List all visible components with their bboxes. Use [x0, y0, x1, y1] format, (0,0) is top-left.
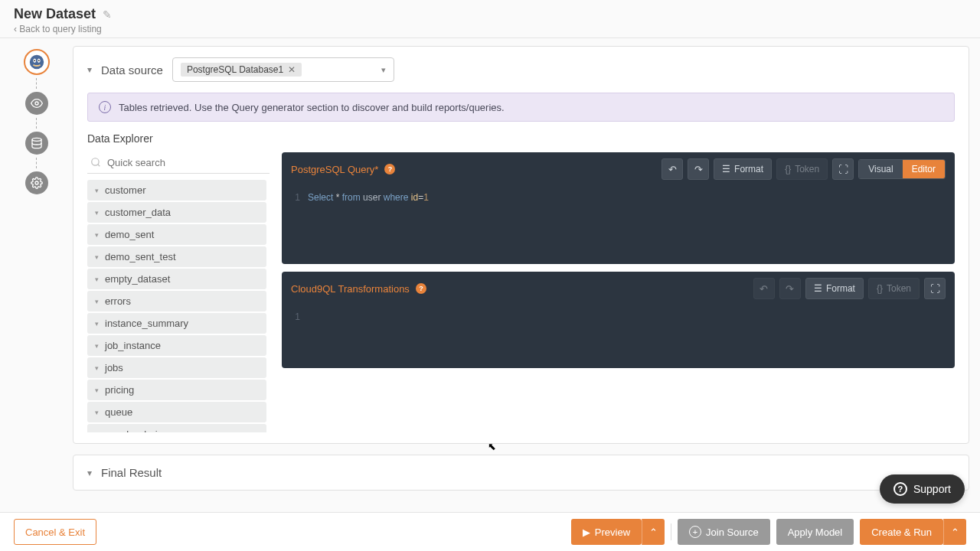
info-icon: i — [99, 101, 111, 113]
table-item[interactable]: ▾demo_sent_test — [87, 246, 266, 267]
table-name: instance_summary — [105, 318, 188, 329]
token-button: {} Token — [776, 158, 828, 180]
table-name: empty_dataset — [105, 273, 170, 285]
query-code-area[interactable]: 1 Select * from user where id=1 — [282, 186, 955, 264]
table-name: demo_sent_test — [105, 251, 176, 262]
expand-icon: ▾ — [95, 209, 99, 217]
transform-code-area[interactable]: 1 — [282, 305, 955, 368]
svg-point-3 — [34, 60, 35, 61]
final-result-panel: ▾ Final Result — [73, 455, 969, 491]
expand-icon: ▾ — [95, 298, 99, 305]
table-name: customer — [105, 184, 145, 196]
visual-tab[interactable]: Visual — [859, 160, 902, 178]
redo-button: ↷ — [779, 278, 801, 299]
query-title: PostgreSQL Query* — [291, 164, 378, 175]
remove-datasource-icon[interactable]: ✕ — [288, 64, 296, 75]
datasource-chip-label: PostgreSQL Database1 — [187, 64, 283, 75]
help-icon[interactable]: ? — [416, 283, 426, 294]
expand-icon: ▾ — [95, 431, 99, 433]
expand-icon: ▾ — [95, 276, 99, 283]
expand-icon: ▾ — [95, 253, 99, 261]
nav-settings[interactable] — [25, 171, 48, 194]
info-text: Tables retrieved. Use the Query generato… — [119, 102, 505, 113]
expand-icon: ▾ — [95, 364, 99, 372]
query-editor-panel: PostgreSQL Query* ? ↶ ↷ ☰ Format {} Toke… — [282, 152, 955, 264]
table-name: job_instance — [105, 340, 161, 351]
expand-icon: ▾ — [95, 187, 99, 194]
transform-title: Cloud9QL Transformations — [291, 283, 410, 295]
table-item[interactable]: ▾instance_summary — [87, 313, 266, 334]
redo-button[interactable]: ↷ — [688, 158, 709, 180]
table-name: queue — [105, 406, 132, 418]
table-name: customer_data — [105, 207, 171, 218]
svg-point-0 — [29, 55, 43, 69]
code-content: Select * from user where id=1 — [308, 192, 955, 203]
svg-point-4 — [38, 60, 39, 61]
side-nav — [0, 38, 73, 444]
table-item[interactable]: ▾empty_dataset — [87, 269, 266, 289]
editor-tab[interactable]: Editor — [903, 160, 945, 178]
question-icon: ? — [893, 482, 907, 491]
edit-icon[interactable]: ✎ — [103, 8, 112, 21]
expand-icon: ▾ — [95, 231, 99, 239]
expand-icon: ▾ — [95, 342, 99, 350]
chevron-down-icon[interactable]: ▾ — [87, 64, 92, 75]
fullscreen-button[interactable]: ⛶ — [924, 278, 946, 299]
svg-point-8 — [92, 158, 99, 165]
svg-point-6 — [32, 138, 41, 141]
search-icon — [90, 157, 101, 170]
table-item[interactable]: ▾customer_data — [87, 202, 266, 223]
table-item[interactable]: ▾supply_chain — [87, 424, 266, 432]
table-name: demo_sent — [105, 229, 154, 240]
info-banner: i Tables retrieved. Use the Query genera… — [87, 93, 955, 122]
undo-button: ↶ — [753, 278, 775, 299]
nav-database[interactable] — [25, 132, 48, 155]
table-name: jobs — [105, 362, 123, 373]
nav-preview[interactable] — [25, 92, 48, 115]
table-item[interactable]: ▾pricing — [87, 380, 266, 400]
mode-toggle: Visual Editor — [858, 159, 946, 179]
table-item[interactable]: ▾demo_sent — [87, 224, 266, 245]
datasource-label: Data source — [101, 64, 163, 77]
page-title: New Dataset — [14, 6, 96, 22]
expand-icon: ▾ — [95, 320, 99, 328]
svg-point-7 — [35, 181, 38, 184]
table-name: supply_chain — [105, 429, 163, 432]
back-link[interactable]: Back to query listing — [14, 24, 966, 34]
datasource-chip: PostgreSQL Database1 ✕ — [181, 63, 302, 77]
undo-button[interactable]: ↶ — [662, 158, 683, 180]
support-button[interactable]: ? Support — [880, 474, 965, 491]
svg-point-5 — [35, 102, 38, 105]
table-item[interactable]: ▾job_instance — [87, 335, 266, 356]
format-button[interactable]: ☰ Format — [714, 158, 772, 180]
svg-line-9 — [98, 165, 100, 167]
table-name: pricing — [105, 384, 134, 396]
final-result-title: Final Result — [101, 466, 162, 479]
line-number: 1 — [282, 311, 308, 322]
table-item[interactable]: ▾errors — [87, 291, 266, 311]
expand-icon: ▾ — [95, 386, 99, 394]
line-number: 1 — [282, 192, 308, 203]
nav-logo[interactable] — [24, 49, 50, 75]
help-icon[interactable]: ? — [384, 164, 395, 174]
search-input[interactable] — [87, 152, 270, 174]
dropdown-caret-icon: ▾ — [381, 65, 386, 75]
transform-editor-panel: Cloud9QL Transformations ? ↶ ↷ ☰ Format … — [282, 272, 955, 368]
table-item[interactable]: ▾jobs — [87, 357, 266, 378]
table-name: errors — [105, 295, 131, 307]
token-button: {} Token — [868, 278, 920, 299]
table-item[interactable]: ▾customer — [87, 180, 266, 201]
chevron-down-icon[interactable]: ▾ — [87, 468, 92, 478]
datasource-panel: ▾ Data source PostgreSQL Database1 ✕ ▾ i… — [73, 46, 969, 444]
table-list: ▾customer▾customer_data▾demo_sent▾demo_s… — [87, 180, 270, 432]
table-item[interactable]: ▾queue — [87, 402, 266, 422]
expand-icon: ▾ — [95, 409, 99, 416]
datasource-select[interactable]: PostgreSQL Database1 ✕ ▾ — [172, 57, 394, 82]
format-button[interactable]: ☰ Format — [805, 278, 864, 299]
data-explorer-title: Data Explorer — [87, 132, 955, 145]
fullscreen-button[interactable]: ⛶ — [832, 158, 854, 180]
